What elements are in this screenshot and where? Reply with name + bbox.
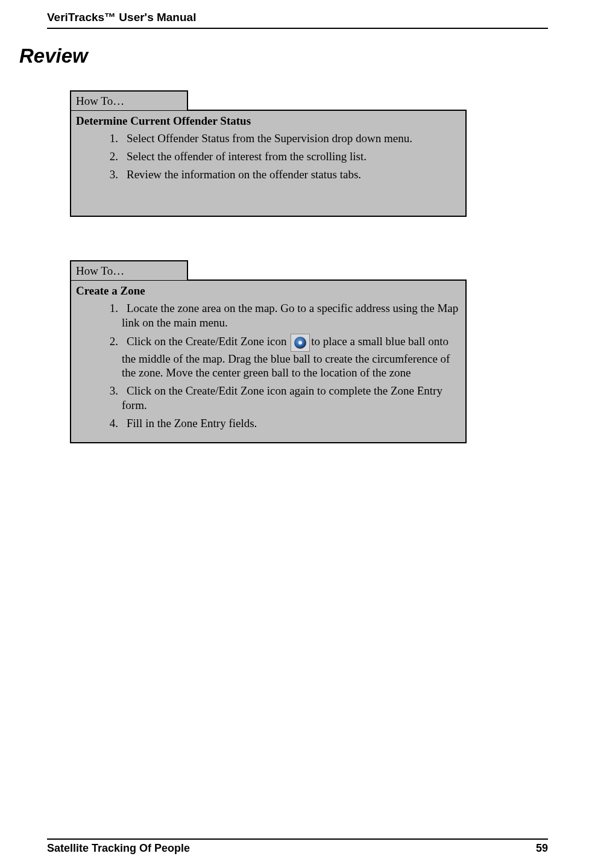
zone-target-icon <box>291 334 310 352</box>
header-rule <box>47 28 548 29</box>
step-number: 2. <box>105 149 118 164</box>
page-header: VeriTracks™ User's Manual <box>47 11 548 29</box>
page-number: 59 <box>536 842 548 855</box>
step-item: 2.Select the offender of interest from t… <box>105 149 461 164</box>
footer-rule <box>47 838 548 840</box>
step-number: 4. <box>105 416 118 431</box>
howto-title: Create a Zone <box>76 284 461 298</box>
step-item: 3.Review the information on the offender… <box>105 167 461 182</box>
howto-block-create-zone: How To… Create a Zone 1.Locate the zone … <box>70 260 467 443</box>
step-text: Select the offender of interest from the… <box>127 150 367 163</box>
footer-row: Satellite Tracking Of People 59 <box>47 842 548 855</box>
step-text: Fill in the Zone Entry fields. <box>127 417 257 429</box>
footer-left: Satellite Tracking Of People <box>47 842 190 855</box>
step-text: Select Offender Status from the Supervis… <box>127 132 412 145</box>
step-number: 2. <box>105 334 118 349</box>
page-footer: Satellite Tracking Of People 59 <box>47 838 548 855</box>
step-text: Review the information on the offender s… <box>127 168 361 181</box>
howto-block-offender-status: How To… Determine Current Offender Statu… <box>70 90 467 217</box>
howto-body: Determine Current Offender Status 1.Sele… <box>70 110 467 217</box>
step-item: 4.Fill in the Zone Entry fields. <box>105 416 461 431</box>
step-number: 1. <box>105 301 118 316</box>
step-text: Locate the zone area on the map. Go to a… <box>122 302 458 329</box>
howto-tab: How To… <box>70 260 188 280</box>
header-title: VeriTracks™ User's Manual <box>47 11 548 24</box>
step-number: 3. <box>105 384 118 398</box>
step-item: 3.Click on the Create/Edit Zone icon aga… <box>105 384 461 413</box>
step-item: 1.Select Offender Status from the Superv… <box>105 131 461 146</box>
section-title: Review <box>19 45 88 67</box>
howto-tab: How To… <box>70 90 188 110</box>
howto-steps: 1.Locate the zone area on the map. Go to… <box>76 301 461 430</box>
howto-body: Create a Zone 1.Locate the zone area on … <box>70 279 467 443</box>
step-number: 1. <box>105 131 118 146</box>
step-item: 1.Locate the zone area on the map. Go to… <box>105 301 461 330</box>
step-number: 3. <box>105 167 118 182</box>
step-text: Click on the Create/Edit Zone icon again… <box>122 384 442 411</box>
howto-steps: 1.Select Offender Status from the Superv… <box>76 131 461 181</box>
howto-title: Determine Current Offender Status <box>76 114 461 128</box>
step-text-pre: Click on the Create/Edit Zone icon <box>127 335 289 348</box>
step-item: 2.Click on the Create/Edit Zone icon to … <box>105 334 461 381</box>
